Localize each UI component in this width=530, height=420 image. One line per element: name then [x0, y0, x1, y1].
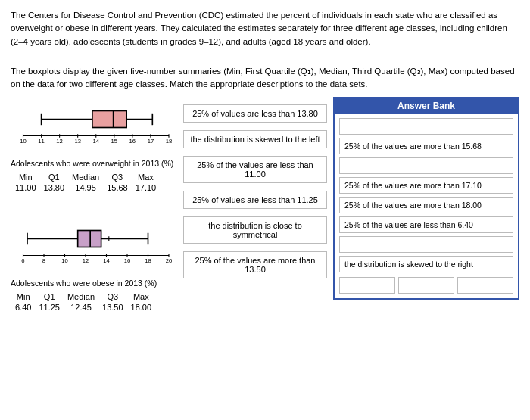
svg-text:18: 18 [145, 258, 151, 265]
answer-slot-3[interactable] [339, 236, 513, 253]
card-4[interactable]: the distribution is close to symmetrical [183, 216, 327, 244]
intro-para2: The boxplots display the given five-numb… [11, 65, 519, 92]
svg-text:8: 8 [42, 258, 45, 265]
answer-bank-body: 25% of the values are more than 15.68 25… [335, 114, 518, 298]
svg-text:20: 20 [166, 258, 173, 265]
svg-text:13: 13 [74, 138, 81, 145]
svg-text:14: 14 [103, 258, 110, 265]
svg-text:16: 16 [129, 138, 136, 145]
boxplot2-container: 6 8 10 12 14 16 18 20 [11, 216, 177, 277]
answer-item-1[interactable]: 25% of the values are more than 17.10 [339, 177, 513, 194]
answer-slot-2[interactable] [339, 157, 513, 174]
svg-text:12: 12 [83, 258, 89, 265]
card-2[interactable]: 25% of the values are less than 11.00 [183, 156, 327, 183]
svg-text:15: 15 [111, 138, 118, 145]
card-5[interactable]: 25% of the values are more than 13.50 [183, 251, 327, 278]
svg-text:10: 10 [20, 138, 26, 145]
svg-text:11: 11 [38, 138, 45, 145]
boxplot1-stats: MinQ1MedianQ3Max 11.00 13.80 14.95 15.68… [11, 171, 161, 194]
svg-text:12: 12 [56, 138, 63, 145]
boxplot2-stats: MinQ1MedianQ3Max 6.40 11.25 12.45 13.50 … [11, 291, 156, 313]
answer-item-2[interactable]: 25% of the values are more than 18.00 [339, 197, 513, 213]
bottom-slot-1[interactable] [339, 277, 395, 294]
boxplot2-svg: 6 8 10 12 14 16 18 20 [11, 216, 177, 269]
bottom-slots [339, 277, 513, 294]
card-0[interactable]: 25% of values are less than 13.80 [183, 104, 327, 123]
answer-bank: Answer Bank 25% of the values are more t… [333, 97, 519, 300]
answer-bank-title: Answer Bank [335, 98, 518, 114]
intro-para1: The Centers for Disease Control and Prev… [11, 9, 519, 48]
left-panel: 10 11 12 13 14 15 16 17 18 [11, 97, 177, 321]
svg-rect-21 [92, 111, 126, 128]
boxplot2-label: Adolescents who were obese in 2013 (%) [11, 278, 177, 288]
svg-text:16: 16 [124, 258, 131, 265]
middle-panel: 25% of values are less than 13.80 the di… [183, 97, 327, 321]
bottom-slot-2[interactable] [398, 277, 454, 294]
svg-text:10: 10 [61, 258, 68, 265]
svg-text:18: 18 [166, 138, 173, 145]
boxplot1-svg: 10 11 12 13 14 15 16 17 18 [11, 97, 177, 150]
svg-text:6: 6 [21, 258, 24, 265]
svg-rect-44 [78, 231, 101, 247]
card-1[interactable]: the distribution is skewed to the left [183, 130, 327, 148]
card-3[interactable]: 25% of values are less than 11.25 [183, 191, 327, 209]
svg-text:14: 14 [92, 138, 99, 145]
answer-item-4[interactable]: the distribution is skewed to the right [339, 256, 513, 272]
answer-item-3[interactable]: 25% of the values are less than 6.40 [339, 216, 513, 233]
answer-slot-top[interactable] [339, 118, 513, 135]
boxplot1-label: Adolescents who were overweight in 2013 … [11, 159, 177, 168]
right-panel: Answer Bank 25% of the values are more t… [333, 97, 519, 321]
bottom-slot-3[interactable] [457, 277, 513, 294]
boxplot1-container: 10 11 12 13 14 15 16 17 18 [11, 97, 177, 157]
answer-item-0[interactable]: 25% of the values are more than 15.68 [339, 138, 513, 154]
svg-text:17: 17 [148, 138, 154, 145]
